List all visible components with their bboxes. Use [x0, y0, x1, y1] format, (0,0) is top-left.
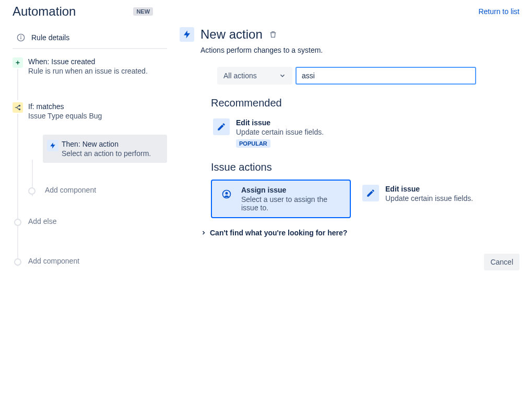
empty-circle-icon [28, 187, 36, 195]
recommended-edit-issue-card[interactable]: Edit issue Update certain issue fields. … [211, 115, 326, 151]
condition-node[interactable]: If: matches Issue Type equals Bug Then: … [13, 102, 167, 194]
user-circle-icon [218, 186, 235, 203]
info-icon [17, 33, 25, 42]
card-desc: Select a user to assign the issue to. [241, 195, 344, 212]
card-title: Edit issue [385, 185, 473, 193]
svg-point-6 [19, 109, 20, 110]
action-search-input[interactable] [295, 67, 476, 85]
trigger-node[interactable]: When: Issue created Rule is run when an … [13, 57, 167, 75]
cant-find-toggle[interactable]: Can't find what you're looking for here? [200, 229, 519, 237]
new-badge: NEW [133, 7, 153, 16]
empty-circle-icon [14, 258, 21, 266]
add-else-label: Add else [28, 217, 56, 225]
edit-issue-card[interactable]: Edit issue Update certain issue fields. [356, 180, 496, 218]
popular-badge: POPULAR [236, 139, 270, 148]
add-component-inner-label: Add component [45, 186, 96, 194]
add-component-outer[interactable]: Add component [13, 257, 167, 265]
recommended-heading: Recommended [211, 97, 519, 109]
assign-issue-card[interactable]: Assign issue Select a user to assign the… [211, 180, 351, 218]
card-title: Edit issue [236, 118, 324, 127]
condition-title: If: matches [28, 102, 167, 111]
card-desc: Update certain issue fields. [236, 128, 324, 136]
then-desc: Select an action to perform. [62, 149, 161, 158]
actions-filter-dropdown[interactable]: All actions [217, 67, 292, 85]
svg-point-8 [226, 192, 228, 195]
pencil-icon [213, 118, 230, 135]
page-header: Automation NEW Return to list [13, 4, 519, 19]
rule-details-label: Rule details [31, 33, 69, 42]
then-action-node[interactable]: Then: New action Select an action to per… [43, 135, 167, 163]
chevron-right-icon [200, 230, 207, 236]
content-subtitle: Actions perform changes to a system. [200, 46, 519, 54]
condition-desc: Issue Type equals Bug [28, 112, 167, 120]
main-content: New action Actions perform changes to a … [180, 27, 519, 270]
add-component-outer-label: Add component [28, 257, 79, 265]
add-component-inner[interactable]: Add component [28, 186, 167, 194]
chevron-down-icon [279, 72, 286, 79]
dropdown-label: All actions [223, 72, 257, 80]
rule-details-link[interactable]: Rule details [13, 27, 167, 49]
cancel-button[interactable]: Cancel [484, 254, 519, 270]
lightning-icon [47, 140, 58, 151]
pencil-icon [362, 185, 379, 201]
card-desc: Update certain issue fields. [385, 194, 473, 203]
then-title: Then: New action [62, 140, 161, 148]
card-title: Assign issue [241, 186, 344, 194]
content-title: New action [200, 27, 263, 42]
svg-point-2 [21, 36, 21, 37]
svg-point-5 [19, 105, 20, 106]
trigger-desc: Rule is run when an issue is created. [28, 67, 167, 75]
lightning-icon [180, 27, 194, 42]
branch-icon [13, 102, 23, 113]
page-title: Automation [13, 4, 76, 19]
trigger-title: When: Issue created [28, 57, 167, 66]
add-else[interactable]: Add else [13, 217, 167, 225]
delete-icon[interactable] [269, 30, 277, 39]
rule-sidebar: Rule details When: Issue created Rule is… [13, 27, 167, 270]
empty-circle-icon [14, 219, 21, 226]
plus-icon [13, 57, 23, 68]
cant-find-label: Can't find what you're looking for here? [210, 229, 347, 237]
issue-actions-heading: Issue actions [211, 161, 519, 173]
return-to-list-link[interactable]: Return to list [478, 7, 519, 16]
